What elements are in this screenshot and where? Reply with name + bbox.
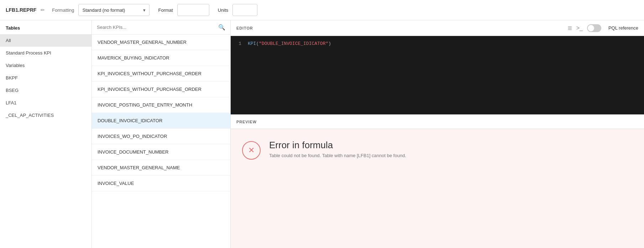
formatting-label: Formatting [52, 7, 74, 13]
sidebar-section-title: Tables [0, 20, 91, 34]
format-select[interactable]: Standard (no format) ▾ [78, 4, 150, 16]
kpi-item-vendor-master-general-name[interactable]: VENDOR_MASTER_GENERAL_NAME [92, 160, 230, 176]
error-icon: ✕ [242, 141, 261, 160]
error-text-block: Error in formula Table could not be foun… [269, 140, 406, 158]
preview-label: PREVIEW [236, 120, 257, 124]
pql-reference-label: PQL reference [608, 25, 638, 31]
kpi-item-kpi-invoices-without-po-2[interactable]: KPI_INVOICES_WITHOUT_PURCHASE_ORDER [92, 82, 230, 97]
main-layout: Tables All Standard Process KPI Variable… [0, 20, 644, 248]
units-label: Units [218, 7, 229, 13]
editor-code-area[interactable]: 1 KPI("DOUBLE_INVOICE_IDICATOR") [231, 36, 644, 114]
editor-icons: ≣ >_ PQL reference [567, 24, 638, 32]
chevron-down-icon: ▾ [143, 7, 146, 13]
sidebar-item-standard-process-kpi[interactable]: Standard Process KPI [0, 47, 91, 59]
kpi-item-double-invoice-idicator[interactable]: DOUBLE_INVOICE_IDICATOR [92, 113, 230, 129]
kpi-item-invoice-posting-date-entry-month[interactable]: INVOICE_POSTING_DATE_ENTRY_MONTH [92, 97, 230, 113]
sidebar-item-bseg[interactable]: BSEG [0, 84, 91, 97]
kpi-search-input[interactable] [97, 25, 215, 30]
kpi-item-vendor-master-general-number[interactable]: VENDOR_MASTER_GENERAL_NUMBER [92, 35, 230, 50]
format-select-value: Standard (no format) [82, 7, 125, 13]
pql-toggle[interactable] [587, 24, 601, 32]
list-icon[interactable]: ≣ [567, 25, 572, 31]
search-icon: 🔍 [218, 24, 225, 31]
kpi-panel: 🔍 VENDOR_MASTER_GENERAL_NUMBER MAVERICK_… [92, 20, 231, 248]
sidebar-item-variables[interactable]: Variables [0, 59, 91, 72]
editor-toolbar: EDITOR ≣ >_ PQL reference [231, 20, 644, 36]
sidebar-item-lfa1[interactable]: LFA1 [0, 97, 91, 109]
header-title: LFB1.REPRF [6, 7, 36, 13]
preview-section: PREVIEW ✕ Error in formula Table could n… [231, 114, 644, 248]
kpi-list: VENDOR_MASTER_GENERAL_NUMBER MAVERICK_BU… [92, 35, 230, 248]
error-x-mark: ✕ [248, 146, 255, 155]
sidebar-item-cel-ap-activities[interactable]: _CEL_AP_ACTIVITIES [0, 109, 91, 122]
kpi-item-maverick-buying-indicator[interactable]: MAVERICK_BUYING_INDICATOR [92, 50, 230, 66]
sidebar-item-all[interactable]: All [0, 34, 91, 47]
code-close-paren: ) [328, 41, 331, 46]
kpi-item-invoice-value[interactable]: INVOICE_VALUE [92, 176, 230, 191]
preview-toolbar: PREVIEW [231, 115, 644, 129]
edit-icon[interactable]: ✏ [41, 7, 45, 13]
code-line-1: KPI("DOUBLE_INVOICE_IDICATOR") [248, 40, 644, 48]
units-input[interactable] [232, 4, 257, 16]
code-keyword: KPI [248, 41, 256, 46]
line-numbers: 1 [231, 36, 245, 114]
error-title: Error in formula [269, 140, 406, 151]
right-panel: EDITOR ≣ >_ PQL reference 1 KPI("DOUBLE_… [231, 20, 644, 248]
editor-label: EDITOR [236, 26, 567, 30]
preview-content: ✕ Error in formula Table could not be fo… [231, 129, 644, 248]
kpi-item-kpi-invoices-without-po-1[interactable]: KPI_INVOICES_WITHOUT_PURCHASE_ORDER [92, 66, 230, 82]
kpi-item-invoice-document-number[interactable]: INVOICE_DOCUMENT_NUMBER [92, 144, 230, 160]
sidebar: Tables All Standard Process KPI Variable… [0, 20, 92, 248]
kpi-search-bar: 🔍 [92, 20, 230, 35]
sidebar-item-bkpf[interactable]: BKPF [0, 72, 91, 84]
format-label: Format [158, 7, 173, 13]
format-input[interactable] [177, 4, 209, 16]
line-number-1: 1 [236, 40, 241, 48]
editor-section: EDITOR ≣ >_ PQL reference 1 KPI("DOUBLE_… [231, 20, 644, 114]
header: LFB1.REPRF ✏ Formatting Standard (no for… [0, 0, 644, 20]
code-content[interactable]: KPI("DOUBLE_INVOICE_IDICATOR") [245, 36, 644, 114]
terminal-icon[interactable]: >_ [576, 25, 583, 31]
kpi-item-invoices-wo-po-indicator[interactable]: INVOICES_WO_PO_INDICATOR [92, 129, 230, 144]
error-description: Table could not be found. Table with nam… [269, 153, 406, 158]
code-string: "DOUBLE_INVOICE_IDICATOR" [259, 41, 328, 46]
